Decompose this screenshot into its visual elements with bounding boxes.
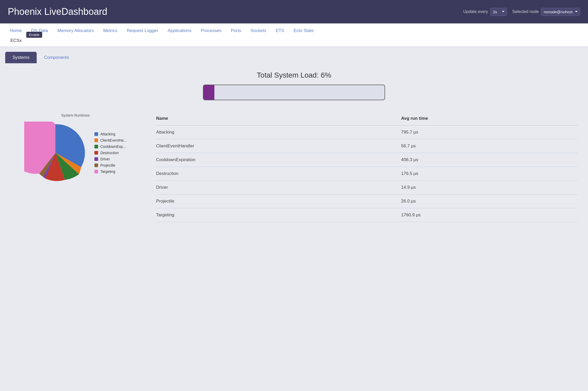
legend-item-attacking: Attacking bbox=[94, 132, 126, 136]
legend-item-driver: Driver bbox=[94, 157, 126, 161]
update-every-select[interactable]: 2s 5s 15s 30s bbox=[490, 8, 507, 16]
row-name-targeting: Targeting bbox=[156, 208, 401, 222]
nav-tab-home[interactable]: Home bbox=[5, 23, 26, 38]
row-time-attacking: 795.7 μs bbox=[401, 125, 578, 139]
page-tabs: Systems Components bbox=[0, 47, 588, 63]
nav-tabs: Home OS Data Enable Memory Allocators Me… bbox=[5, 23, 583, 38]
legend-label-cooldown-expiration: CooldownExp... bbox=[100, 144, 126, 149]
table-row: Driver 14.9 μs bbox=[156, 181, 578, 194]
row-time-projectile: 26.0 μs bbox=[401, 194, 578, 208]
pie-chart-section: System Runtimes bbox=[10, 113, 140, 184]
nav-tab-metrics[interactable]: Metrics bbox=[98, 23, 122, 38]
nav-tab-request-logger[interactable]: Request Logger bbox=[122, 23, 163, 38]
update-every-label: Update every bbox=[463, 9, 488, 14]
legend-label-destruction: Destruction bbox=[100, 151, 119, 155]
table-row: Projectile 26.0 μs bbox=[156, 194, 578, 208]
row-name-projectile: Projectile bbox=[156, 194, 401, 208]
selected-node-select[interactable]: nonode@nohost bbox=[541, 8, 580, 16]
legend-label-attacking: Attacking bbox=[100, 132, 115, 136]
runtimes-table: Name Avg run time Attacking 795.7 μs Cli… bbox=[156, 113, 578, 222]
bottom-section: System Runtimes bbox=[10, 113, 578, 222]
header-controls: Update every 2s 5s 15s 30s Selected node… bbox=[463, 8, 580, 16]
legend-label-projectile: Projectile bbox=[100, 163, 115, 167]
row-time-client-event-handler: 56.7 μs bbox=[401, 139, 578, 153]
legend-item-projectile: Projectile bbox=[94, 163, 126, 167]
pie-legend: Attacking ClientEventHa... CooldownExp..… bbox=[94, 132, 126, 174]
legend-color-driver bbox=[94, 157, 98, 161]
legend-label-targeting: Targeting bbox=[100, 169, 115, 174]
nav-tab-ets[interactable]: ETS bbox=[271, 23, 289, 38]
row-time-cooldown-expiration: 406.3 μs bbox=[401, 153, 578, 167]
nav-tab-ports[interactable]: Ports bbox=[226, 23, 246, 38]
nav-tab-memory-allocators[interactable]: Memory Allocators bbox=[53, 23, 99, 38]
pie-chart-svg bbox=[24, 122, 87, 184]
table-row: Targeting 1760.9 μs bbox=[156, 208, 578, 222]
nav: Home OS Data Enable Memory Allocators Me… bbox=[0, 23, 588, 47]
os-data-tooltip: Enable bbox=[26, 32, 42, 38]
legend-color-client-event-handler bbox=[94, 138, 98, 142]
table-row: Attacking 795.7 μs bbox=[156, 125, 578, 139]
legend-label-client-event-handler: ClientEventHa... bbox=[100, 138, 126, 142]
system-load-section: Total System Load: 6% bbox=[10, 71, 578, 100]
table-row: CooldownExpiration 406.3 μs bbox=[156, 153, 578, 167]
nav-tab-ecto-stats[interactable]: Ecto Stats bbox=[289, 23, 318, 38]
legend-item-cooldown-expiration: CooldownExp... bbox=[94, 144, 126, 149]
row-name-attacking: Attacking bbox=[156, 125, 401, 139]
progress-bar-container bbox=[203, 85, 385, 100]
nav-tab-os-data-wrapper: OS Data Enable bbox=[26, 23, 53, 38]
table-header-avg-run-time: Avg run time bbox=[401, 113, 578, 125]
legend-item-destruction: Destruction bbox=[94, 151, 126, 155]
tab-systems[interactable]: Systems bbox=[5, 52, 37, 63]
pie-chart-row: Attacking ClientEventHa... CooldownExp..… bbox=[24, 122, 126, 184]
nav-second-row: ECSx bbox=[5, 38, 583, 46]
row-name-destruction: Destruction bbox=[156, 167, 401, 181]
row-name-cooldown-expiration: CooldownExpiration bbox=[156, 153, 401, 167]
pie-chart-title: System Runtimes bbox=[61, 113, 90, 117]
selected-node-group: Selected node nonode@nohost bbox=[512, 8, 580, 16]
row-time-targeting: 1760.9 μs bbox=[401, 208, 578, 222]
row-time-destruction: 176.5 μs bbox=[401, 167, 578, 181]
table-row: Destruction 176.5 μs bbox=[156, 167, 578, 181]
selected-node-label: Selected node bbox=[512, 9, 539, 14]
table-section: Name Avg run time Attacking 795.7 μs Cli… bbox=[156, 113, 578, 222]
nav-tab-processes[interactable]: Processes bbox=[196, 23, 226, 38]
legend-color-targeting bbox=[94, 170, 98, 173]
legend-item-client-event-handler: ClientEventHa... bbox=[94, 138, 126, 142]
app-title: Phoenix LiveDashboard bbox=[8, 6, 107, 17]
row-time-driver: 14.9 μs bbox=[401, 181, 578, 194]
legend-color-attacking bbox=[94, 132, 98, 136]
system-load-title: Total System Load: 6% bbox=[10, 71, 578, 79]
legend-color-destruction bbox=[94, 151, 98, 155]
progress-bar-fill bbox=[203, 85, 214, 100]
table-header-name: Name bbox=[156, 113, 401, 125]
update-every-group: Update every 2s 5s 15s 30s bbox=[463, 8, 507, 16]
table-row: ClientEventHandler 56.7 μs bbox=[156, 139, 578, 153]
legend-item-targeting: Targeting bbox=[94, 169, 126, 174]
legend-color-projectile bbox=[94, 163, 98, 167]
legend-color-cooldown-expiration bbox=[94, 145, 98, 148]
header: Phoenix LiveDashboard Update every 2s 5s… bbox=[0, 0, 588, 23]
legend-label-driver: Driver bbox=[100, 157, 110, 161]
nav-tab-sockets[interactable]: Sockets bbox=[246, 23, 271, 38]
row-name-driver: Driver bbox=[156, 181, 401, 194]
row-name-client-event-handler: ClientEventHandler bbox=[156, 139, 401, 153]
nav-tab-applications[interactable]: Applications bbox=[163, 23, 196, 38]
tab-components[interactable]: Components bbox=[37, 52, 76, 63]
main-content: Total System Load: 6% System Runtimes bbox=[0, 63, 588, 230]
nav-second-item-ecsx: ECSx bbox=[10, 38, 22, 43]
